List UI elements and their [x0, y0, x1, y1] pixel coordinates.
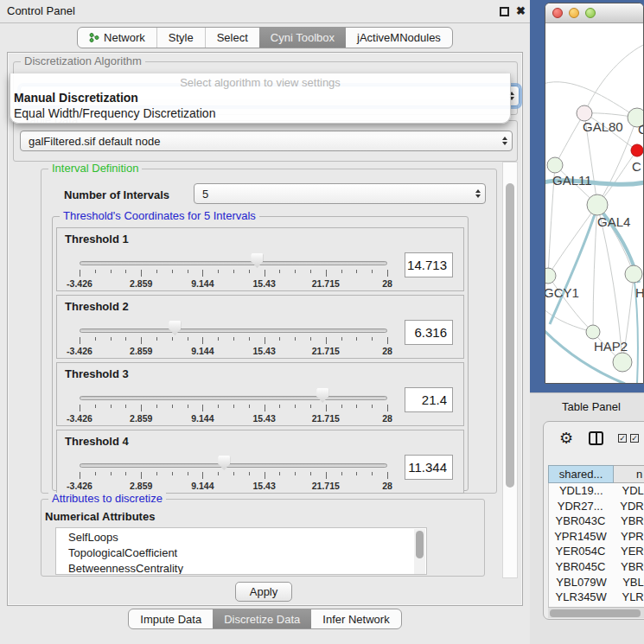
- float-window-icon[interactable]: [500, 7, 509, 16]
- scale-label: 9.144: [191, 413, 214, 424]
- network-node[interactable]: [625, 265, 642, 283]
- scale-label: 2.859: [130, 278, 152, 289]
- minimize-traffic-light[interactable]: [569, 8, 579, 18]
- tick-mark: [249, 472, 250, 475]
- number-of-intervals-combobox[interactable]: 5: [194, 183, 486, 204]
- table-row[interactable]: YER054CYER0: [549, 544, 644, 559]
- group-title: Attributes to discretize: [48, 493, 166, 505]
- table-row[interactable]: YBR043CYBR0: [549, 513, 644, 529]
- network-window-titlebar[interactable]: [545, 3, 643, 23]
- tab-jactivemnodules[interactable]: jActiveMNodules: [346, 28, 452, 48]
- table-row[interactable]: YBL079WYBL0: [549, 575, 644, 590]
- table-row[interactable]: YPR145WYPR1: [549, 529, 644, 545]
- tab-impute-data[interactable]: Impute Data: [129, 609, 213, 628]
- attribute-item[interactable]: SelfLoops: [68, 530, 426, 545]
- numerical-attributes-label: Numerical Attributes: [45, 510, 155, 523]
- cell-shared-name: YBR045C: [549, 559, 612, 575]
- threshold-4-value-field[interactable]: [405, 455, 453, 480]
- threshold-1-panel: Threshold 1 -3.4262.8599.14415.4321.7152…: [56, 227, 464, 291]
- scale-label: 15.43: [252, 346, 275, 356]
- tab-style[interactable]: Style: [156, 28, 205, 48]
- tab-discretize-data[interactable]: Discretize Data: [213, 609, 311, 628]
- threshold-3-slider-handle[interactable]: [316, 388, 328, 403]
- control-panel: Control Panel ✖ Network Style Select Cyn…: [0, 0, 530, 644]
- threshold-4-slider-handle[interactable]: [218, 456, 230, 470]
- combo-arrows-icon: [498, 137, 512, 145]
- zoom-traffic-light[interactable]: [585, 8, 596, 18]
- tick-mark: [188, 405, 188, 408]
- tick-mark: [341, 270, 342, 273]
- tick-mark: [279, 270, 280, 273]
- network-canvas-svg[interactable]: GAL80GACGAL11GAL4GCY1HHAP2: [545, 23, 643, 384]
- network-node[interactable]: [586, 325, 600, 339]
- cell-shared-name: YBL079W: [549, 575, 614, 590]
- cell-shared-name: YDR27...: [549, 499, 611, 514]
- network-node[interactable]: [545, 268, 556, 284]
- attribute-item[interactable]: BetweennessCentrality: [68, 561, 426, 575]
- column-header-name[interactable]: n: [614, 465, 644, 483]
- tick-mark: [265, 472, 265, 479]
- tick-mark: [141, 405, 142, 411]
- network-node[interactable]: [587, 194, 608, 215]
- tick-mark: [295, 270, 296, 273]
- columns-icon[interactable]: [589, 431, 603, 445]
- gear-icon[interactable]: ⚙: [559, 429, 573, 448]
- threshold-3-value-field[interactable]: [405, 387, 453, 412]
- close-traffic-light[interactable]: [552, 8, 563, 18]
- tick-mark: [125, 270, 126, 273]
- attribute-item[interactable]: TopologicalCoefficient: [68, 545, 426, 561]
- tick-mark: [279, 405, 280, 408]
- threshold-1-slider-track[interactable]: [80, 261, 387, 265]
- tab-label: Select: [217, 28, 248, 48]
- table-data-combobox[interactable]: galFiltered.sif default node: [20, 131, 513, 151]
- threshold-2-value-field[interactable]: [405, 320, 453, 345]
- numerical-attributes-list[interactable]: SelfLoopsTopologicalCoefficientBetweenne…: [55, 527, 427, 575]
- list-scrollbar[interactable]: [414, 529, 425, 575]
- vertical-scrollbar[interactable]: [502, 162, 518, 578]
- threshold-1-slider-handle[interactable]: [251, 253, 263, 268]
- close-icon[interactable]: ✖: [516, 4, 526, 17]
- tick-mark: [356, 472, 357, 475]
- thresholds-group: Threshold's Coordinates for 5 Intervals …: [52, 216, 469, 491]
- network-node[interactable]: [613, 353, 632, 372]
- table-row[interactable]: YLR345WYLR3: [549, 590, 644, 605]
- tab-infer-network[interactable]: Infer Network: [311, 609, 400, 628]
- tab-select[interactable]: Select: [205, 28, 259, 48]
- table-row[interactable]: YDR27...YDR2: [549, 499, 644, 514]
- tick-mark: [249, 337, 250, 341]
- tick-mark: [356, 337, 357, 341]
- cell-name: YDL1: [613, 483, 644, 499]
- tab-network[interactable]: Network: [78, 28, 156, 48]
- threshold-2-slider-track[interactable]: [80, 328, 387, 333]
- dropdown-option-manual-discretization[interactable]: Manual Discretization: [14, 91, 138, 105]
- tick-mark: [341, 472, 342, 475]
- table-row[interactable]: YDL19...YDL1: [549, 483, 644, 499]
- tick-mark: [249, 405, 250, 408]
- cyni-toolbox-content: Discretization Algorithm Select algorith…: [7, 52, 523, 606]
- panel-title: Control Panel: [7, 0, 75, 22]
- dropdown-option-equal-width-frequency[interactable]: Equal Width/Frequency Discretization: [14, 106, 215, 120]
- table-row[interactable]: YBR045CYBR0: [549, 559, 644, 575]
- threshold-1-value-field[interactable]: [405, 252, 453, 277]
- tick-mark: [233, 472, 234, 475]
- network-view-window[interactable]: GAL80GACGAL11GAL4GCY1HHAP2: [545, 3, 644, 384]
- network-node-label: GCY1: [545, 285, 579, 300]
- table-horizontal-scrollbar[interactable]: [548, 607, 644, 618]
- checkbox-icon[interactable]: ✓: [630, 434, 639, 443]
- threshold-2-slider-handle[interactable]: [169, 321, 181, 335]
- tab-cyni-toolbox[interactable]: Cyni Toolbox: [259, 28, 346, 48]
- network-node[interactable]: [547, 157, 563, 173]
- scale-label: 21.715: [312, 481, 340, 491]
- apply-button[interactable]: Apply: [235, 582, 292, 602]
- tick-mark: [326, 472, 327, 479]
- group-title: Interval Definition: [48, 163, 142, 175]
- network-node[interactable]: [631, 144, 643, 156]
- checkbox-icon[interactable]: ✓: [618, 434, 627, 443]
- threshold-3-slider-track[interactable]: [80, 396, 387, 400]
- network-node-label: C: [632, 159, 641, 174]
- tick-mark: [387, 405, 388, 411]
- column-header-shared-name[interactable]: shared...: [548, 465, 614, 483]
- combo-value: galFiltered.sif default node: [21, 135, 498, 148]
- tick-mark: [80, 472, 80, 479]
- threshold-4-slider-track[interactable]: [80, 463, 387, 468]
